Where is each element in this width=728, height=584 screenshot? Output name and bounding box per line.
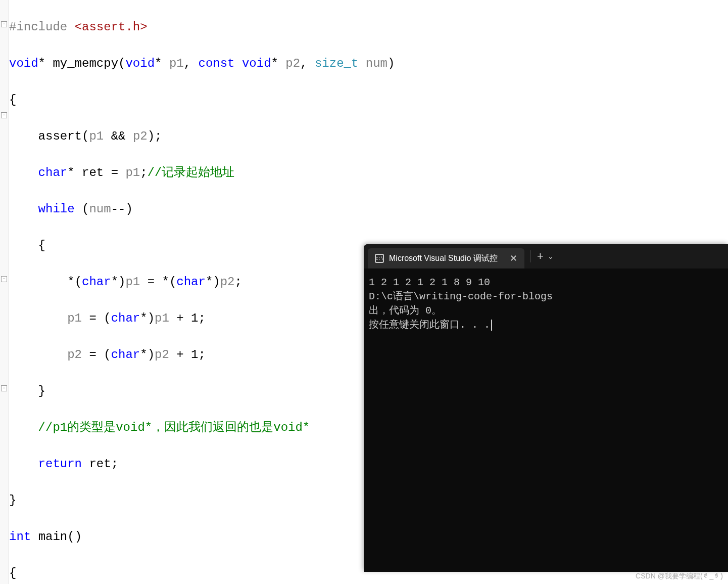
output-line: 按任意键关闭此窗口. . . (369, 319, 490, 331)
var-p2: p2 (133, 129, 148, 143)
var-p2: p2 (155, 348, 169, 362)
brace-close: } (9, 493, 16, 507)
decrement: -- (111, 202, 126, 216)
preprocessor: #include (9, 20, 67, 34)
brace-open: { (9, 93, 16, 107)
comment: //记录起始地址 (148, 166, 235, 179)
keyword-void: void (125, 57, 155, 70)
type-sizet: size_t (315, 57, 358, 70)
var-ret: ret (89, 457, 111, 471)
brace-open: { (9, 566, 16, 580)
keyword-int: int (9, 530, 31, 544)
var-p1: p1 (125, 166, 140, 179)
terminal-icon: c:\ (375, 254, 384, 263)
semicolon: ; (155, 129, 162, 143)
var-p1: p1 (89, 129, 104, 143)
var-p2: p2 (220, 275, 235, 289)
include-filename: <assert.h> (75, 20, 148, 34)
keyword-char: char (38, 166, 68, 179)
var-num: num (89, 202, 111, 216)
output-line: D:\c语言\writing-code-for-blogs (369, 291, 553, 302)
keyword-return: return (38, 457, 82, 471)
var-p2: p2 (67, 348, 82, 362)
literal-one: 1 (191, 348, 198, 362)
cast-char: char (111, 311, 140, 325)
param-p2: p2 (285, 57, 300, 70)
cast-char: char (176, 275, 206, 289)
var-p1: p1 (125, 275, 140, 289)
chevron-down-icon[interactable]: ⌄ (548, 252, 554, 260)
terminal-tab[interactable]: c:\ Microsoft Visual Studio 调试控 ✕ (368, 248, 524, 268)
terminal-tab-title: Microsoft Visual Studio 调试控 (389, 253, 498, 264)
divider (530, 250, 531, 262)
output-line: 出，代码为 0。 (369, 305, 442, 317)
cast-char: char (111, 348, 140, 362)
brace-close: } (38, 384, 45, 398)
terminal-titlebar: c:\ Microsoft Visual Studio 调试控 ✕ + ⌄ (364, 244, 728, 268)
equals: = (111, 166, 118, 179)
terminal-window: c:\ Microsoft Visual Studio 调试控 ✕ + ⌄ 1 … (364, 244, 728, 572)
close-icon[interactable]: ✕ (510, 253, 517, 264)
keyword-void: void (242, 57, 271, 70)
keyword-while: while (38, 202, 75, 216)
and-operator: && (111, 129, 126, 143)
keyword-const: const (199, 57, 235, 70)
var-p1: p1 (67, 311, 82, 325)
param-num: num (366, 57, 387, 70)
terminal-output[interactable]: 1 2 1 2 1 2 1 8 9 10 D:\c语言\writing-code… (364, 268, 728, 339)
brace-open: { (38, 239, 45, 252)
output-line: 1 2 1 2 1 2 1 8 9 10 (369, 277, 490, 288)
function-name: my_memcpy (53, 57, 118, 70)
cast-char: char (82, 275, 111, 289)
terminal-cursor (491, 320, 492, 331)
watermark: CSDN @我要学编程(ಥ_ಥ) (636, 572, 723, 581)
assert-call: assert (38, 129, 82, 143)
function-main: main (38, 530, 68, 544)
keyword-void: void (9, 57, 38, 70)
var-ret: ret (82, 166, 104, 179)
param-p1: p1 (169, 57, 184, 70)
new-tab-button[interactable]: + (537, 250, 544, 263)
comment: //p1的类型是void*，因此我们返回的也是void* (38, 421, 310, 434)
literal-one: 1 (191, 311, 198, 325)
var-p1: p1 (155, 311, 169, 325)
